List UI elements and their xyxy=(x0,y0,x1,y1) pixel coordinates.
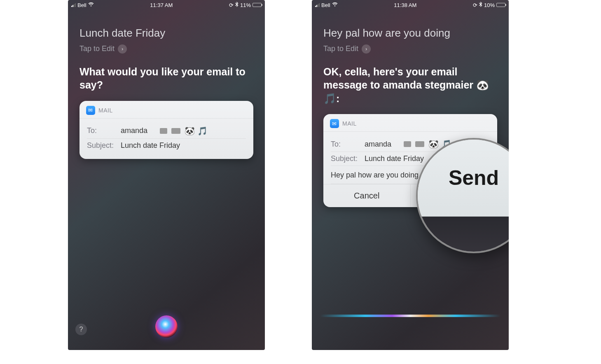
wifi-icon xyxy=(332,2,338,8)
contact-emoji: 🐼 🎵 xyxy=(185,126,208,136)
tap-to-edit-label: Tap to Edit xyxy=(80,44,115,53)
cancel-button[interactable]: Cancel xyxy=(323,184,410,207)
battery-percent: 10% xyxy=(484,2,495,8)
redacted-text: xx xyxy=(160,128,167,134)
signal-icon xyxy=(315,3,320,7)
siri-response-text: What would you like your email to say? xyxy=(80,65,253,92)
redacted-text: xx xyxy=(171,128,180,134)
tap-to-edit-button[interactable]: Tap to Edit › xyxy=(323,44,497,54)
mail-app-label: MAIL xyxy=(342,120,357,127)
user-transcript: Hey pal how are you doing xyxy=(323,26,497,40)
phone-screen-right: Bell 11:38 AM ⟳ 10% Hey pal how are you … xyxy=(312,0,509,350)
battery-percent: 11% xyxy=(240,2,251,8)
redacted-text: xx xyxy=(415,141,424,147)
zoom-background xyxy=(418,217,509,252)
clock: 11:37 AM xyxy=(150,2,173,8)
tap-to-edit-label: Tap to Edit xyxy=(323,44,358,53)
user-transcript: Lunch date Friday xyxy=(80,26,253,40)
wifi-icon xyxy=(88,2,94,8)
mail-to-row: To: amanda xx xx 🐼 🎵 xyxy=(87,124,246,139)
bluetooth-icon xyxy=(235,2,239,8)
mail-subject-row: Subject: Lunch date Friday xyxy=(87,139,246,152)
help-button[interactable]: ? xyxy=(75,324,87,335)
to-value: amanda xyxy=(365,140,391,149)
mail-app-icon: ✉ xyxy=(86,106,95,115)
to-value: amanda xyxy=(121,126,147,135)
carrier-label: Bell xyxy=(321,2,330,8)
subject-value: Lunch date Friday xyxy=(365,154,424,163)
mail-app-icon: ✉ xyxy=(330,119,339,128)
status-bar: Bell 11:37 AM ⟳ 11% xyxy=(68,0,265,10)
siri-orb-icon[interactable] xyxy=(155,315,178,338)
siri-response-text: OK, cella, here's your email message to … xyxy=(323,65,497,105)
subject-value: Lunch date Friday xyxy=(121,141,180,150)
battery-icon xyxy=(496,3,505,7)
to-label: To: xyxy=(331,140,360,149)
tap-to-edit-button[interactable]: Tap to Edit › xyxy=(80,44,253,54)
lock-rotation-icon: ⟳ xyxy=(473,2,477,8)
chevron-right-icon: › xyxy=(362,44,371,54)
mail-app-label: MAIL xyxy=(98,107,113,114)
status-bar: Bell 11:38 AM ⟳ 10% xyxy=(312,0,509,10)
lock-rotation-icon: ⟳ xyxy=(229,2,234,8)
clock: 11:38 AM xyxy=(394,2,416,8)
subject-label: Subject: xyxy=(331,154,360,163)
mail-card[interactable]: ✉ MAIL To: amanda xx xx 🐼 🎵 Subject: Lun… xyxy=(80,101,253,159)
signal-icon xyxy=(71,3,76,7)
phone-screen-left: Bell 11:37 AM ⟳ 11% Lunch date Friday Ta… xyxy=(68,0,265,350)
question-icon: ? xyxy=(80,326,83,333)
send-label: Send xyxy=(449,166,499,190)
to-label: To: xyxy=(87,126,117,135)
carrier-label: Bell xyxy=(77,2,87,8)
chevron-right-icon: › xyxy=(118,44,127,54)
bluetooth-icon xyxy=(479,2,482,8)
subject-label: Subject: xyxy=(87,141,117,150)
siri-waveform-icon xyxy=(320,315,500,317)
battery-icon xyxy=(253,3,262,7)
redacted-text: xx xyxy=(404,141,411,147)
